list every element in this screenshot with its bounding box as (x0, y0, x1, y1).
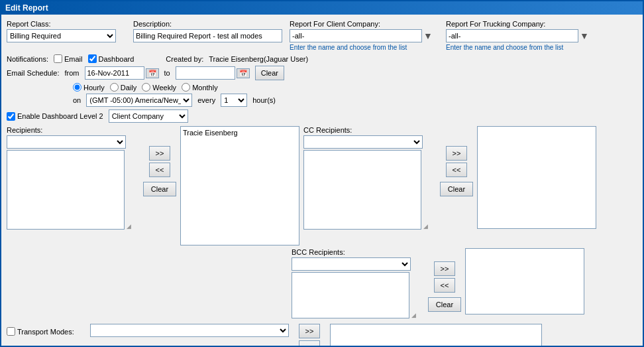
dashboard-checkbox[interactable] (88, 54, 97, 63)
report-client-input[interactable] (290, 29, 422, 42)
notifications-label: Notifications: (7, 55, 48, 63)
cc-add-button[interactable]: >> (446, 146, 467, 161)
transport-modes-dropdown[interactable] (90, 324, 289, 337)
report-client-label: Report For Client Company: (290, 20, 442, 28)
daily-label: Daily (121, 84, 136, 92)
clear-date-button[interactable]: Clear (255, 66, 284, 80)
report-class-select[interactable]: Billing Required (7, 29, 116, 42)
transport-remove-button[interactable]: << (299, 340, 320, 346)
monthly-radio[interactable] (182, 83, 190, 92)
dashboard-level-select[interactable]: Client Company (109, 109, 188, 123)
hourly-radio-group: Hourly (73, 83, 105, 92)
title-bar: Edit Report (1, 1, 643, 15)
dashboard-checkbox-group: Dashboard (88, 54, 134, 63)
cc-remove-button[interactable]: << (446, 163, 467, 177)
clear-cc-button[interactable]: Clear (440, 182, 473, 196)
weekly-label: Weekly (152, 84, 176, 92)
transport-modes-label: Transport Modes: (17, 328, 74, 336)
report-client-hint: Enter the name and choose from the list (290, 44, 442, 51)
created-by-value: Tracie Eisenberg(Jaguar User) (209, 55, 308, 63)
to-date-input[interactable] (176, 66, 235, 80)
daily-radio-group: Daily (110, 83, 136, 92)
tracie-name: Tracie Eisenberg (183, 129, 238, 137)
calendar-to-icon[interactable]: 📅 (237, 68, 250, 78)
description-label: Description: (133, 20, 286, 28)
calendar-from-icon[interactable]: 📅 (146, 68, 159, 78)
edit-report-window: Edit Report Report Class: Billing Requir… (0, 0, 644, 347)
recipients-list (7, 150, 125, 230)
dashboard-label: Dashboard (99, 55, 134, 63)
to-label: to (164, 69, 170, 77)
bcc-name-display (465, 248, 584, 314)
report-trucking-label: Report For Trucking Company: (446, 20, 598, 28)
enable-dashboard-label: Enable Dashboard Level 2 (17, 112, 103, 120)
report-trucking-dropdown-icon[interactable]: ▼ (580, 31, 589, 41)
description-input[interactable] (133, 29, 282, 42)
report-client-dropdown-icon[interactable]: ▼ (423, 31, 433, 41)
clear-recipients-button[interactable]: Clear (143, 182, 176, 196)
from-label: from (65, 69, 80, 77)
transport-add-button[interactable]: >> (299, 324, 320, 338)
enable-dashboard-group: Enable Dashboard Level 2 (7, 112, 103, 121)
recipients-dropdown[interactable] (7, 135, 126, 149)
report-trucking-input[interactable] (446, 29, 578, 42)
email-checkbox-group: Email (54, 54, 83, 63)
every-label: every (197, 96, 215, 104)
cc-name-display (477, 126, 596, 229)
cc-recipients-dropdown[interactable] (303, 135, 423, 149)
on-label: on (73, 96, 81, 104)
weekly-radio-group: Weekly (142, 83, 176, 92)
bcc-add-button[interactable]: >> (434, 261, 455, 276)
recipients-label: Recipients: (7, 126, 139, 134)
transport-modes-checkbox[interactable] (7, 327, 15, 336)
weekly-radio[interactable] (142, 83, 150, 92)
hourly-label: Hourly (83, 84, 105, 92)
timezone-select[interactable]: (GMT -05:00) America/New_ (86, 94, 192, 107)
cc-recipients-label: CC Recipients: (303, 126, 436, 134)
recipients-name-display: Tracie Eisenberg (180, 126, 299, 245)
cc-recipients-list (303, 150, 421, 230)
created-by-label: Created by: (166, 55, 203, 63)
bcc-recipients-dropdown[interactable] (292, 257, 411, 271)
monthly-radio-group: Monthly (182, 83, 218, 92)
transport-name-display (330, 324, 542, 346)
recipients-remove-button[interactable]: << (149, 163, 170, 177)
email-label: Email (64, 55, 83, 63)
bcc-recipients-label: BCC Recipients: (292, 248, 424, 256)
enable-dashboard-checkbox[interactable] (7, 112, 15, 121)
email-schedule-label: Email Schedule: (7, 69, 60, 77)
hours-label: hour(s) (252, 96, 276, 104)
report-trucking-hint: Enter the name and choose from the list (446, 44, 598, 51)
from-date-input[interactable] (85, 66, 144, 80)
hourly-radio[interactable] (73, 83, 81, 92)
every-select[interactable]: 1 (221, 94, 247, 107)
daily-radio[interactable] (110, 83, 119, 92)
monthly-label: Monthly (192, 84, 218, 92)
report-class-label: Report Class: (7, 20, 129, 28)
recipients-add-button[interactable]: >> (149, 146, 170, 161)
bcc-recipients-list (292, 272, 409, 318)
bcc-remove-button[interactable]: << (434, 278, 455, 293)
email-checkbox[interactable] (54, 54, 62, 63)
clear-bcc-button[interactable]: Clear (428, 297, 461, 312)
window-title: Edit Report (5, 3, 48, 13)
